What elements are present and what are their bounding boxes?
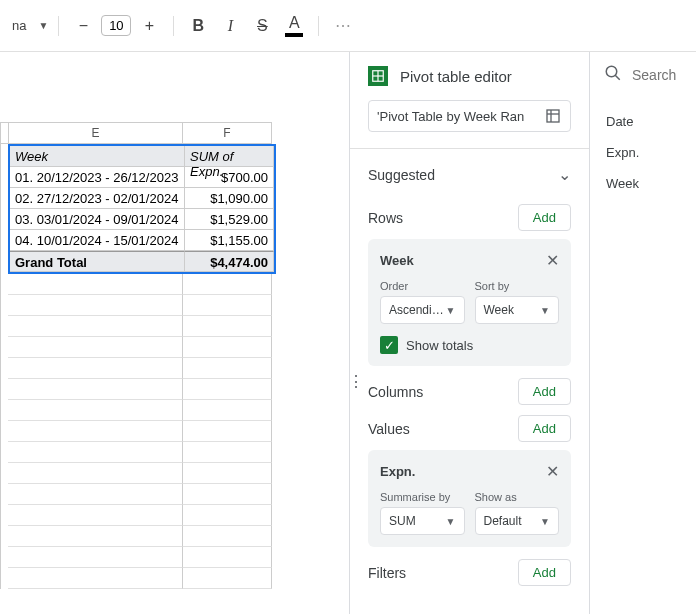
empty-cell[interactable] bbox=[8, 526, 183, 547]
editor-header: Pivot table editor bbox=[350, 52, 589, 100]
empty-cell[interactable] bbox=[8, 316, 183, 337]
cell[interactable]: 03. 03/01/2024 - 09/01/2024 bbox=[10, 209, 185, 230]
empty-cell[interactable] bbox=[8, 505, 183, 526]
card-header: Week ✕ bbox=[380, 251, 559, 270]
values-section-header: Values Add bbox=[368, 415, 571, 442]
showas-group: Show as Default ▼ bbox=[475, 491, 560, 535]
more-tools-icon[interactable]: ⋯ bbox=[329, 12, 357, 40]
font-name-partial[interactable]: na bbox=[6, 18, 32, 33]
add-column-button[interactable]: Add bbox=[518, 378, 571, 405]
empty-cell[interactable] bbox=[8, 400, 183, 421]
remove-row-field-button[interactable]: ✕ bbox=[546, 251, 559, 270]
side-panels: ⋮ Pivot table editor 'Pivot Table by Wee… bbox=[349, 52, 696, 614]
showas-value: Default bbox=[484, 514, 522, 528]
showas-select[interactable]: Default ▼ bbox=[475, 507, 560, 535]
field-item-date[interactable]: Date bbox=[604, 106, 682, 137]
empty-cell[interactable] bbox=[8, 442, 183, 463]
empty-cell[interactable] bbox=[183, 484, 272, 505]
card-header: Expn. ✕ bbox=[380, 462, 559, 481]
empty-cell[interactable] bbox=[8, 274, 183, 295]
decrease-font-button[interactable]: − bbox=[69, 12, 97, 40]
toolbar: na ▼ − 10 + B I S A ⋯ bbox=[0, 0, 696, 52]
empty-cell[interactable] bbox=[8, 463, 183, 484]
font-size-input[interactable]: 10 bbox=[101, 15, 131, 36]
order-select[interactable]: Ascendi… ▼ bbox=[380, 296, 465, 324]
empty-cell[interactable] bbox=[183, 547, 272, 568]
empty-cell[interactable] bbox=[183, 526, 272, 547]
main-area: E F Week SUM of Expn. 01. 20/12/2023 - 2… bbox=[0, 52, 696, 614]
header-cell[interactable]: SUM of Expn. bbox=[185, 146, 274, 167]
cell[interactable]: $1,155.00 bbox=[185, 230, 274, 251]
add-value-button[interactable]: Add bbox=[518, 415, 571, 442]
divider bbox=[350, 148, 589, 149]
drag-handle-icon[interactable]: ⋮ bbox=[348, 372, 364, 391]
chevron-down-icon[interactable]: ⌄ bbox=[558, 165, 571, 184]
text-color-button[interactable]: A bbox=[280, 12, 308, 40]
empty-cell[interactable] bbox=[183, 463, 272, 484]
column-header-f[interactable]: F bbox=[183, 122, 272, 144]
remove-value-field-button[interactable]: ✕ bbox=[546, 462, 559, 481]
empty-cell[interactable] bbox=[8, 568, 183, 589]
total-value-cell[interactable]: $4,474.00 bbox=[185, 251, 274, 272]
total-label-cell[interactable]: Grand Total bbox=[10, 251, 185, 272]
show-totals-checkbox[interactable]: ✓ bbox=[380, 336, 398, 354]
empty-cell[interactable] bbox=[8, 337, 183, 358]
select-range-icon[interactable] bbox=[544, 107, 562, 125]
empty-cell[interactable] bbox=[8, 421, 183, 442]
add-row-button[interactable]: Add bbox=[518, 204, 571, 231]
field-item-week[interactable]: Week bbox=[604, 168, 682, 199]
editor-body: 'Pivot Table by Week Ran Suggested ⌄ Row… bbox=[350, 100, 589, 614]
header-cell[interactable]: Week bbox=[10, 146, 185, 167]
showas-label: Show as bbox=[475, 491, 560, 503]
strikethrough-button[interactable]: S bbox=[248, 12, 276, 40]
empty-cell[interactable] bbox=[8, 484, 183, 505]
empty-cell[interactable] bbox=[183, 337, 272, 358]
search-input[interactable] bbox=[632, 67, 682, 83]
empty-cell[interactable] bbox=[183, 421, 272, 442]
summarise-label: Summarise by bbox=[380, 491, 465, 503]
summarise-select[interactable]: SUM ▼ bbox=[380, 507, 465, 535]
cell[interactable]: $1,090.00 bbox=[185, 188, 274, 209]
empty-cell[interactable] bbox=[183, 400, 272, 421]
sortby-select[interactable]: Week ▼ bbox=[475, 296, 560, 324]
gutter bbox=[0, 122, 8, 144]
show-totals-label: Show totals bbox=[406, 338, 473, 353]
table-row: 02. 27/12/2023 - 02/01/2024 $1,090.00 bbox=[10, 188, 274, 209]
suggested-section[interactable]: Suggested ⌄ bbox=[368, 155, 571, 194]
font-dropdown-caret[interactable]: ▼ bbox=[38, 20, 48, 31]
cell[interactable]: $1,529.00 bbox=[185, 209, 274, 230]
pivot-table[interactable]: Week SUM of Expn. 01. 20/12/2023 - 26/12… bbox=[8, 144, 276, 274]
empty-cell[interactable] bbox=[183, 316, 272, 337]
empty-cell[interactable] bbox=[8, 547, 183, 568]
empty-cell[interactable] bbox=[183, 505, 272, 526]
empty-cell[interactable] bbox=[183, 358, 272, 379]
add-filter-button[interactable]: Add bbox=[518, 559, 571, 586]
empty-cell[interactable] bbox=[183, 442, 272, 463]
show-totals-row[interactable]: ✓ Show totals bbox=[380, 336, 559, 354]
italic-button[interactable]: I bbox=[216, 12, 244, 40]
empty-cell[interactable] bbox=[183, 274, 272, 295]
empty-cell[interactable] bbox=[183, 568, 272, 589]
suggested-label: Suggested bbox=[368, 167, 435, 183]
pivot-wrap: Week SUM of Expn. 01. 20/12/2023 - 26/12… bbox=[0, 144, 329, 274]
empty-cell[interactable] bbox=[183, 379, 272, 400]
cell[interactable]: 01. 20/12/2023 - 26/12/2023 bbox=[10, 167, 185, 188]
sortby-group: Sort by Week ▼ bbox=[475, 280, 560, 324]
empty-cell[interactable] bbox=[8, 379, 183, 400]
search-icon[interactable] bbox=[604, 64, 622, 86]
empty-cell[interactable] bbox=[8, 295, 183, 316]
cell[interactable]: 04. 10/01/2024 - 15/01/2024 bbox=[10, 230, 185, 251]
field-item-expn[interactable]: Expn. bbox=[604, 137, 682, 168]
cell[interactable]: 02. 27/12/2023 - 02/01/2024 bbox=[10, 188, 185, 209]
cell[interactable]: $700.00 bbox=[185, 167, 274, 188]
value-field-card: Expn. ✕ Summarise by SUM ▼ Show as bbox=[368, 450, 571, 547]
empty-cell[interactable] bbox=[183, 295, 272, 316]
divider bbox=[318, 16, 319, 36]
bold-button[interactable]: B bbox=[184, 12, 212, 40]
column-header-e[interactable]: E bbox=[8, 122, 183, 144]
order-label: Order bbox=[380, 280, 465, 292]
source-range-input[interactable]: 'Pivot Table by Week Ran bbox=[368, 100, 571, 132]
empty-cell[interactable] bbox=[8, 358, 183, 379]
increase-font-button[interactable]: + bbox=[135, 12, 163, 40]
text-color-bar bbox=[285, 33, 303, 37]
